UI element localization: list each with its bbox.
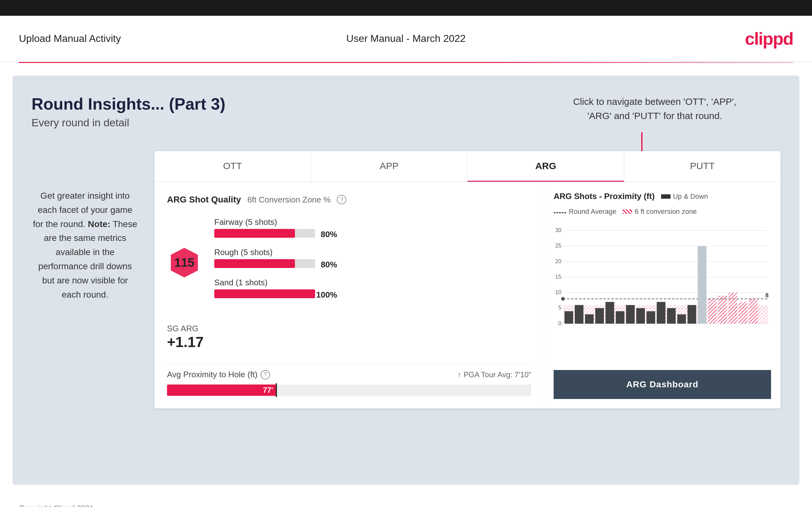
svg-text:25: 25 xyxy=(555,242,561,249)
legend-roundavg: Round Average xyxy=(554,208,616,216)
right-section: ARG Shots - Proximity (ft) Up & Down Rou… xyxy=(544,182,780,408)
chart-area: 0 5 10 15 20 25 30 xyxy=(554,222,771,364)
legend-label-roundavg: Round Average xyxy=(569,208,616,216)
manual-label: User Manual - March 2022 xyxy=(346,33,466,44)
svg-rect-33 xyxy=(667,308,676,324)
svg-rect-38 xyxy=(718,296,727,324)
bar-row-sand: Sand (1 shots) 100% xyxy=(214,278,531,300)
footer: Copyright Clippd 2021 xyxy=(0,498,812,507)
legend-updown: Up & Down xyxy=(661,192,708,201)
arg-dashboard-button[interactable]: ARG Dashboard xyxy=(554,370,771,399)
svg-rect-28 xyxy=(616,311,624,323)
bar-track-fairway xyxy=(214,229,315,238)
legend-swatch-roundavg xyxy=(554,212,566,213)
svg-rect-41 xyxy=(749,299,758,324)
card-panel: OTT APP ARG PUTT ARG Shot Quality 6ft Co… xyxy=(154,151,780,408)
description-text: Get greater insight into each facet of y… xyxy=(32,189,139,302)
nav-hint: Click to navigate between 'OTT', 'APP','… xyxy=(573,95,737,123)
bar-label-rough: Rough (5 shots) xyxy=(214,247,531,257)
bar-pct-fairway: 80% xyxy=(321,230,337,239)
tab-arg[interactable]: ARG xyxy=(468,151,624,182)
legend-label-6ft: 6 ft conversion zone xyxy=(635,208,697,216)
shot-quality-title: ARG Shot Quality xyxy=(167,194,241,205)
proximity-label: Avg Proximity to Hole (ft) xyxy=(167,370,257,380)
sg-label: SG ARG xyxy=(167,324,531,334)
bar-pct-sand: 100% xyxy=(316,290,338,300)
legend-6ft: 6 ft conversion zone xyxy=(623,208,697,216)
sg-value: +1.17 xyxy=(167,334,531,350)
svg-rect-29 xyxy=(626,305,635,324)
svg-rect-36 xyxy=(698,246,706,323)
proximity-header: Avg Proximity to Hole (ft) ? ↑ PGA Tour … xyxy=(167,370,531,380)
svg-rect-32 xyxy=(657,302,665,324)
proximity-help-icon[interactable]: ? xyxy=(261,370,270,380)
pga-avg: ↑ PGA Tour Avg: 7'10" xyxy=(458,370,531,379)
proximity-bar-fill: 77' xyxy=(167,385,276,396)
svg-rect-37 xyxy=(708,299,717,324)
svg-rect-35 xyxy=(688,305,696,324)
svg-rect-25 xyxy=(585,314,594,324)
help-icon[interactable]: ? xyxy=(337,195,346,204)
tab-ott[interactable]: OTT xyxy=(154,151,311,182)
svg-rect-40 xyxy=(739,302,747,324)
upload-label[interactable]: Upload Manual Activity xyxy=(19,33,121,44)
svg-text:8: 8 xyxy=(765,292,768,298)
shot-quality-header: ARG Shot Quality 6ft Conversion Zone % ? xyxy=(167,194,531,205)
copyright: Copyright Clippd 2021 xyxy=(19,504,94,507)
panel-body: ARG Shot Quality 6ft Conversion Zone % ?… xyxy=(154,182,780,408)
main-content: Round Insights... (Part 3) Every round i… xyxy=(13,75,799,485)
legend-label-updown: Up & Down xyxy=(673,192,708,201)
svg-rect-31 xyxy=(647,311,655,323)
bar-row-rough: Rough (5 shots) 80% xyxy=(214,247,531,270)
bar-fill-rough xyxy=(214,259,295,268)
bar-track-rough xyxy=(214,259,315,268)
svg-point-21 xyxy=(561,297,565,301)
proximity-title: Avg Proximity to Hole (ft) ? xyxy=(167,370,270,380)
svg-text:5: 5 xyxy=(558,304,561,311)
conversion-zone-label: 6ft Conversion Zone % xyxy=(247,195,331,205)
hex-badge: 115 xyxy=(167,245,202,280)
bar-pct-rough: 80% xyxy=(321,260,337,270)
proximity-cursor xyxy=(276,383,277,397)
svg-text:30: 30 xyxy=(555,227,561,233)
proximity-bar-value: 77' xyxy=(263,386,273,395)
bar-fill-sand xyxy=(214,289,315,298)
svg-rect-34 xyxy=(677,314,686,324)
svg-rect-26 xyxy=(595,308,604,324)
chart-title: ARG Shots - Proximity (ft) xyxy=(554,191,655,201)
chart-header: ARG Shots - Proximity (ft) Up & Down Rou… xyxy=(554,191,771,216)
header-divider xyxy=(19,62,793,63)
svg-text:0: 0 xyxy=(558,320,561,327)
hex-badge-container: 115 Fairway (5 shots) 80% xyxy=(167,217,531,308)
legend-swatch-updown xyxy=(661,194,670,199)
bar-label-sand: Sand (1 shots) xyxy=(214,278,531,287)
svg-rect-24 xyxy=(575,305,583,324)
tab-putt[interactable]: PUTT xyxy=(624,151,780,182)
legend-swatch-6ft xyxy=(623,210,632,214)
svg-text:10: 10 xyxy=(555,289,561,295)
top-bar xyxy=(0,0,812,16)
svg-rect-27 xyxy=(606,302,614,324)
hex-badge-value: 115 xyxy=(174,256,194,270)
sg-section: SG ARG +1.17 xyxy=(167,318,531,350)
bar-row-fairway: Fairway (5 shots) 80% xyxy=(214,217,531,240)
shot-quality-bars: Fairway (5 shots) 80% Rough (5 shots) xyxy=(214,217,531,308)
svg-text:20: 20 xyxy=(555,258,561,265)
proximity-section: Avg Proximity to Hole (ft) ? ↑ PGA Tour … xyxy=(167,363,531,396)
bar-track-sand xyxy=(214,289,315,298)
chart-svg: 0 5 10 15 20 25 30 xyxy=(554,222,771,329)
bar-label-fairway: Fairway (5 shots) xyxy=(214,217,531,227)
svg-rect-39 xyxy=(728,292,737,324)
left-section: ARG Shot Quality 6ft Conversion Zone % ?… xyxy=(154,182,544,408)
proximity-bar-track: 77' xyxy=(167,385,531,396)
bar-fill-fairway xyxy=(214,229,295,238)
svg-text:15: 15 xyxy=(555,274,561,280)
svg-rect-23 xyxy=(565,311,573,323)
tab-app[interactable]: APP xyxy=(311,151,468,182)
logo[interactable]: clippd xyxy=(745,29,793,49)
header: Upload Manual Activity User Manual - Mar… xyxy=(0,16,812,62)
tabs-row: OTT APP ARG PUTT xyxy=(154,151,780,182)
svg-rect-30 xyxy=(636,308,645,324)
